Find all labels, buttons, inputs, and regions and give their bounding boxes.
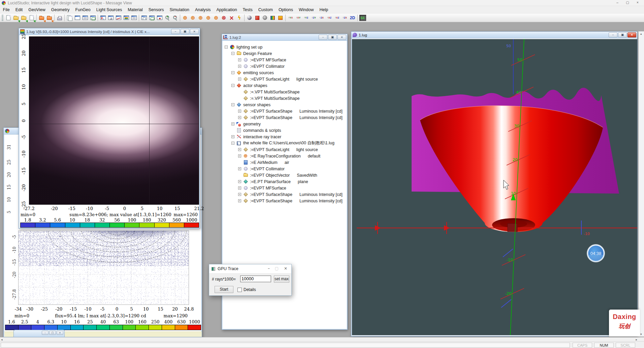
tree-item[interactable]: −actor shapes <box>231 82 347 89</box>
tree-item[interactable]: +:=EVPT SurfaceShapeLuminous Intensity [… <box>238 198 347 204</box>
menu-sensors[interactable]: Sensors <box>146 6 167 13</box>
menu-help[interactable]: Help <box>317 6 331 13</box>
collapse-icon[interactable]: − <box>225 46 228 49</box>
mirror-tool-button[interactable]: ⊕ <box>204 14 212 22</box>
snap-tool-button[interactable]: ⊕ <box>212 14 220 22</box>
tree-item[interactable]: +geometry <box>231 121 347 127</box>
expand-icon[interactable]: + <box>238 58 241 61</box>
gpu-close-button[interactable]: × <box>284 266 287 271</box>
view3d-restore-button[interactable]: ▣ <box>618 32 627 37</box>
collapse-icon[interactable]: − <box>231 142 234 145</box>
message-view-button[interactable] <box>130 14 138 22</box>
minimized-restore-button[interactable]: – <box>42 331 49 335</box>
menu-geometry[interactable]: Geometry <box>48 6 72 13</box>
intensity-canvas[interactable] <box>29 36 199 205</box>
intensity-restore-button[interactable]: ▣ <box>181 29 189 34</box>
view3d-titlebar[interactable]: 1.lug – ▣ × <box>351 32 637 38</box>
view-iso-2-button[interactable]: ↑ZX <box>341 14 349 22</box>
view-zy-button[interactable]: ↑ZY <box>310 14 318 22</box>
tree-item[interactable]: −the whole file C:\Users\Lenovo\00 自制教程\… <box>231 140 347 146</box>
tree-item[interactable]: +:=EVPT Collimator <box>238 63 347 69</box>
tree-item[interactable]: +:=EVPT SurfaceShapeLuminous Intensity [… <box>238 114 347 121</box>
scatter-canvas[interactable] <box>18 231 189 305</box>
new-file-button[interactable] <box>4 14 12 22</box>
model-view-button[interactable] <box>107 14 115 22</box>
view-zx-button[interactable]: ↑ZX <box>318 14 325 22</box>
menu-file[interactable]: File <box>0 6 12 13</box>
menu-geoview[interactable]: GeoView <box>26 6 49 13</box>
intensity-window-titlebar[interactable]: 1.lug V[6.93,-0.83]=1000 Luminous Intens… <box>19 28 200 35</box>
expand-icon[interactable]: + <box>238 154 241 157</box>
tree-item[interactable]: :=.VPT MultiSurfaceShape <box>238 89 347 95</box>
view3d-minimize-button[interactable]: – <box>609 32 617 37</box>
menu-options[interactable]: Options <box>276 6 296 13</box>
delete-all-button[interactable]: × <box>228 14 235 22</box>
ray-view-button[interactable] <box>115 14 122 22</box>
view-yz-button[interactable]: ↑YZ <box>302 14 310 22</box>
zoom-out-button[interactable] <box>171 14 179 22</box>
tree-item[interactable]: +:=EVPT Collimator <box>238 166 347 172</box>
expand-icon[interactable]: + <box>238 186 241 190</box>
tree-item[interactable]: +:=EVPT SurfaceLightlight source <box>238 146 347 153</box>
scale-tool-button[interactable]: ⊕ <box>197 14 204 22</box>
tree-item[interactable]: +⊕:=E RayTraceConfigurationdefault <box>238 153 347 159</box>
list-view-button[interactable] <box>81 14 89 22</box>
gpu-set-max-button[interactable]: set max <box>274 276 289 283</box>
export-data-button[interactable] <box>45 14 53 22</box>
gpu-minimize-button[interactable]: – <box>268 266 270 271</box>
collapse-icon[interactable]: − <box>231 71 234 74</box>
gpu-details-checkbox[interactable] <box>237 288 242 292</box>
gpu-dialog-titlebar[interactable]: GPU Trace – ▢ × <box>209 264 291 273</box>
tree-item[interactable]: commands & scripts <box>231 127 347 134</box>
toggle-2d-button[interactable]: 2D <box>349 14 356 22</box>
tree-minimize-button[interactable]: – <box>319 35 327 40</box>
expand-icon[interactable]: + <box>238 167 241 170</box>
add-file-button[interactable] <box>20 14 28 22</box>
tree-close-button[interactable]: × <box>337 35 346 40</box>
export-file-button[interactable] <box>28 14 35 22</box>
menu-window[interactable]: Window <box>296 6 316 13</box>
false-color-render-button[interactable] <box>269 14 277 22</box>
tree-item[interactable]: :=E AirMediumair <box>238 159 347 166</box>
expand-icon[interactable]: + <box>231 135 234 138</box>
gpu-start-button[interactable]: Start <box>215 286 233 293</box>
render-options-button[interactable] <box>277 14 284 22</box>
tree-item[interactable]: +:=EVPT SurfaceLightlight source <box>238 76 347 82</box>
mdi-vertical-scrollbar[interactable]: ▴ ▾ <box>638 31 644 337</box>
expand-icon[interactable]: + <box>238 116 241 119</box>
menu-application[interactable]: Application <box>214 6 240 13</box>
solid-render-button[interactable] <box>253 14 261 22</box>
maximize-view-button[interactable] <box>148 14 156 22</box>
tree-item[interactable]: +:=EVPT MFSurface <box>238 57 347 63</box>
expand-icon[interactable]: + <box>238 148 241 151</box>
toolbar-grip[interactable] <box>2 15 3 21</box>
tree-item[interactable]: +:=EVPT SurfaceShapeLuminous Intensity [… <box>238 191 347 198</box>
scroll-up-icon[interactable]: ▴ <box>640 32 642 36</box>
expand-icon[interactable]: + <box>238 193 241 196</box>
expand-icon[interactable]: + <box>238 110 241 113</box>
cascade-windows-button[interactable] <box>140 14 148 22</box>
sensor-map-view-button[interactable] <box>122 14 130 22</box>
tree-item[interactable]: −sensor shapes <box>231 102 347 108</box>
view-yx-button[interactable]: ↑YX <box>287 14 294 22</box>
textured-render-button[interactable] <box>261 14 269 22</box>
delete-mesh-button[interactable]: ⊗ <box>220 14 228 22</box>
app-minimize-button[interactable]: – <box>612 0 622 5</box>
duplicate-view-button[interactable] <box>66 14 73 22</box>
tree-item[interactable]: +:=EVPT SurfaceShapeLuminous Intensity [… <box>238 108 347 114</box>
fit-view-button[interactable] <box>156 14 163 22</box>
intensity-minimize-button[interactable]: – <box>171 29 180 34</box>
view3d-close-button[interactable]: × <box>627 32 636 37</box>
shaded-render-button[interactable] <box>246 14 253 22</box>
scroll-down-icon[interactable]: ▾ <box>640 332 642 336</box>
menu-analysis[interactable]: Analysis <box>192 6 214 13</box>
print-button[interactable] <box>56 14 63 22</box>
minimized-close-button[interactable]: × <box>57 331 63 335</box>
expand-icon[interactable]: + <box>238 65 241 68</box>
run-trace-button[interactable]: ϟ <box>235 14 243 22</box>
tree-item[interactable]: −Design Feature <box>231 50 347 57</box>
minimized-window[interactable]: – ▢ × <box>13 330 65 337</box>
menu-fungeo[interactable]: FunGeo <box>72 6 93 13</box>
import-file-button[interactable] <box>12 14 20 22</box>
tree-item[interactable]: +interactive ray tracer <box>231 134 347 140</box>
